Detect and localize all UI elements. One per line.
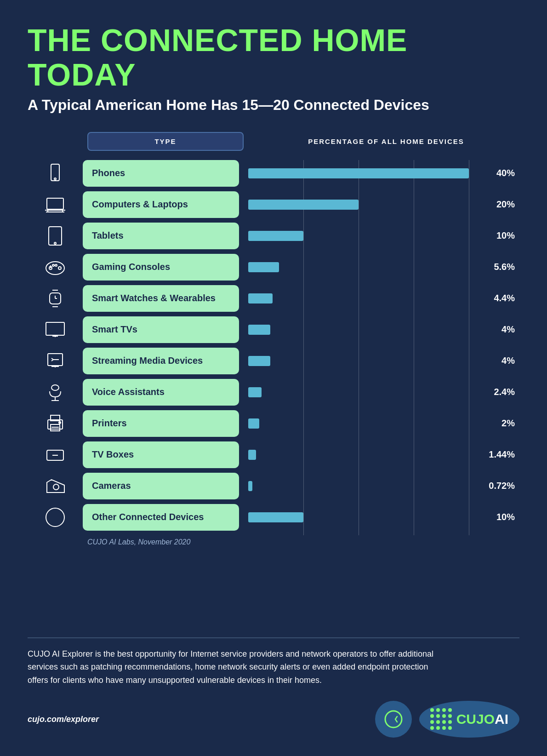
pct-label-voice: 2.4%: [494, 387, 515, 397]
cujo-text-colored: CUJO: [456, 711, 495, 727]
pct-label-other: 10%: [496, 512, 515, 522]
pct-label-tablets: 10%: [496, 230, 515, 241]
footer-url: cujo.com/explorer: [28, 715, 99, 724]
chart-row: Computers & Laptops 20%: [28, 190, 519, 219]
svg-point-1: [54, 178, 56, 180]
chart-row: Streaming Media Devices 4%: [28, 347, 519, 375]
label-box-computers: Computers & Laptops: [83, 191, 239, 218]
footer-section: CUJO AI Explorer is the best opportunity…: [28, 647, 519, 738]
divider: [28, 637, 519, 638]
label-cell-phones: Phones: [83, 160, 239, 187]
bar-area-phones: 40%: [239, 160, 519, 187]
pct-label-gaming: 5.6%: [494, 262, 515, 272]
bar-area-tvbox: 1.44%: [239, 441, 519, 468]
footer-bottom: cujo.com/explorer: [28, 701, 519, 738]
bar-area-printers: 2%: [239, 410, 519, 437]
pct-label-cameras: 0.72%: [489, 481, 515, 491]
label-box-other: Other Connected Devices: [83, 504, 239, 531]
svg-point-38: [59, 422, 61, 424]
main-container: THE CONNECTED HOME TODAY A Typical Ameri…: [0, 0, 547, 756]
icon-cell-phones: [28, 161, 83, 185]
bar-area-computers: 20%: [239, 191, 519, 218]
svg-point-30: [51, 385, 59, 390]
label-cell-cameras: Cameras: [83, 473, 239, 499]
label-cell-voice: Voice Assistants: [83, 379, 239, 406]
icon-cell-voice: [28, 380, 83, 404]
source-text: CUJO AI Labs, November 2020: [87, 538, 519, 546]
label-box-smarttv: Smart TVs: [83, 316, 239, 343]
bar-computers: [248, 200, 359, 210]
pct-label-streaming: 4%: [501, 355, 515, 366]
icon-cell-computers: [28, 193, 83, 217]
header-percentage: PERCENTAGE OF ALL HOME DEVICES: [253, 137, 519, 145]
bar-gaming: [248, 262, 279, 272]
chart-rows: Phones 40% Computers & Laptops: [28, 159, 519, 532]
icon-cell-other: [28, 505, 83, 529]
bar-area-other: 10%: [239, 504, 519, 531]
cujoai-logo: CUJOAI: [419, 701, 519, 738]
label-box-tvbox: TV Boxes: [83, 441, 239, 468]
chart-row: TV Boxes 1.44%: [28, 441, 519, 469]
bar-area-gaming: 5.6%: [239, 254, 519, 281]
label-box-voice: Voice Assistants: [83, 379, 239, 406]
chart-row: Voice Assistants 2.4%: [28, 378, 519, 407]
chart-section: TYPE PERCENTAGE OF ALL HOME DEVICES Phon…: [28, 132, 519, 624]
label-box-cameras: Cameras: [83, 473, 239, 499]
icon-cell-wearables: [28, 286, 83, 310]
label-box-phones: Phones: [83, 160, 239, 187]
bar-tablets: [248, 231, 303, 241]
chart-row: Gaming Consoles 5.6%: [28, 253, 519, 281]
svg-point-8: [54, 242, 56, 244]
label-box-tablets: Tablets: [83, 223, 239, 249]
chart-row: Smart TVs 4%: [28, 315, 519, 344]
ai-text: AI: [495, 711, 508, 727]
svg-point-11: [58, 267, 61, 269]
pct-label-smarttv: 4%: [501, 324, 515, 335]
label-cell-tablets: Tablets: [83, 223, 239, 249]
cujo-dots: [430, 708, 453, 731]
icon-cell-cameras: [28, 474, 83, 498]
icon-cell-printers: [28, 412, 83, 435]
bar-streaming: [248, 356, 270, 366]
chart-row: Phones 40%: [28, 159, 519, 188]
cujo-c-logo: [375, 701, 412, 738]
footer-logos: CUJOAI: [375, 701, 519, 738]
icon-cell-tablets: [28, 224, 83, 248]
label-cell-streaming: Streaming Media Devices: [83, 348, 239, 374]
label-box-gaming: Gaming Consoles: [83, 254, 239, 281]
pct-label-printers: 2%: [501, 418, 515, 429]
bar-phones: [248, 168, 469, 178]
svg-point-42: [46, 508, 64, 527]
bar-wearables: [248, 293, 273, 304]
icon-cell-gaming: [28, 255, 83, 279]
svg-rect-2: [47, 198, 63, 209]
svg-point-13: [55, 264, 57, 266]
chart-row: Other Connected Devices 10%: [28, 503, 519, 532]
icon-cell-tvbox: [28, 443, 83, 467]
bar-area-wearables: 4.4%: [239, 285, 519, 312]
label-cell-smarttv: Smart TVs: [83, 316, 239, 343]
chart-row: Cameras 0.72%: [28, 472, 519, 500]
bar-area-tablets: 10%: [239, 223, 519, 249]
pct-label-tvbox: 1.44%: [489, 449, 515, 460]
label-cell-wearables: Smart Watches & Wearables: [83, 285, 239, 312]
bar-area-voice: 2.4%: [239, 379, 519, 406]
svg-point-12: [52, 264, 54, 266]
bar-tvbox: [248, 450, 256, 460]
pct-label-wearables: 4.4%: [494, 293, 515, 304]
label-box-printers: Printers: [83, 410, 239, 437]
svg-line-28: [51, 360, 53, 361]
svg-rect-21: [46, 322, 64, 335]
cujoai-text: CUJOAI: [456, 711, 508, 727]
label-cell-gaming: Gaming Consoles: [83, 254, 239, 281]
label-box-wearables: Smart Watches & Wearables: [83, 285, 239, 312]
label-cell-other: Other Connected Devices: [83, 504, 239, 531]
icon-cell-smarttv: [28, 318, 83, 342]
bar-other: [248, 512, 303, 522]
header-type: TYPE: [87, 132, 244, 151]
main-title: THE CONNECTED HOME TODAY: [28, 23, 519, 92]
bar-voice: [248, 387, 262, 397]
label-box-streaming: Streaming Media Devices: [83, 348, 239, 374]
svg-point-43: [385, 711, 402, 727]
chart-row: Printers 2%: [28, 409, 519, 438]
